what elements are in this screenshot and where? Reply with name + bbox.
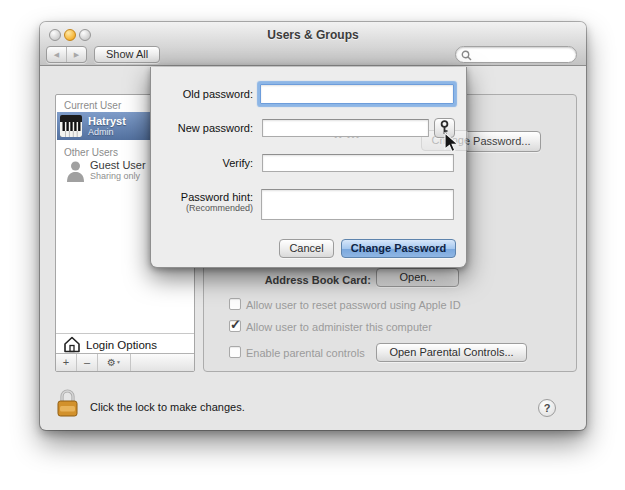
forward-icon[interactable]: ▶ xyxy=(67,47,86,62)
window-title: Users & Groups xyxy=(40,28,586,42)
current-user-name: Hatryst xyxy=(88,115,126,127)
parental-controls-label: Enable parental controls xyxy=(246,347,365,359)
reset-password-checkbox[interactable] xyxy=(229,298,241,310)
old-password-label: Old password: xyxy=(183,88,253,100)
sidebar-action-bar-spacer xyxy=(131,354,194,371)
back-icon[interactable]: ◀ xyxy=(47,47,67,62)
search-icon xyxy=(461,50,472,61)
login-options-item[interactable]: Login Options xyxy=(56,335,194,354)
password-hint-note: (Recommended) xyxy=(186,203,253,213)
chevron-down-icon: ▼ xyxy=(116,359,121,365)
add-user-button[interactable]: + xyxy=(56,354,77,371)
user-avatar xyxy=(60,115,82,137)
minus-icon: – xyxy=(84,356,90,368)
search-field[interactable] xyxy=(455,46,577,63)
change-password-sheet: •• ••• Change Password... Old password: … xyxy=(150,67,467,268)
person-icon xyxy=(66,160,85,182)
password-hint-field[interactable] xyxy=(261,189,454,220)
users-groups-window: Users & Groups ◀ ▶ Show All Current User xyxy=(40,22,586,430)
gear-icon: ⚙ xyxy=(107,357,116,368)
reset-password-label: Allow user to reset password using Apple… xyxy=(246,299,461,311)
cancel-button[interactable]: Cancel xyxy=(279,239,334,258)
search-input[interactable] xyxy=(474,48,572,61)
plus-icon: + xyxy=(63,356,69,368)
open-parental-controls-button[interactable]: Open Parental Controls... xyxy=(376,343,527,362)
new-password-field[interactable] xyxy=(262,119,429,137)
window-header: Users & Groups ◀ ▶ Show All xyxy=(40,22,586,66)
guest-user-name: Guest User xyxy=(90,159,146,171)
show-all-button[interactable]: Show All xyxy=(94,46,160,63)
home-icon xyxy=(63,336,81,353)
guest-user-role: Sharing only xyxy=(90,171,140,181)
action-menu-button[interactable]: ⚙▼ xyxy=(98,354,131,371)
piano-avatar-icon xyxy=(60,115,82,137)
new-password-label: New password: xyxy=(178,122,253,134)
nav-back-forward[interactable]: ◀ ▶ xyxy=(46,46,87,63)
current-user-role: Admin xyxy=(88,127,114,137)
current-user-header: Current User xyxy=(64,100,121,111)
administer-label: Allow user to administer this computer xyxy=(246,321,432,333)
login-options-label: Login Options xyxy=(86,339,157,351)
lock-icon[interactable] xyxy=(55,388,80,418)
password-hint-label: Password hint: xyxy=(181,191,253,203)
sidebar-divider xyxy=(56,333,194,334)
sidebar-action-bar: + – ⚙▼ xyxy=(56,353,194,371)
administer-checkbox[interactable]: ✓ xyxy=(229,320,241,332)
mouse-cursor-icon xyxy=(444,132,460,154)
parental-controls-checkbox[interactable] xyxy=(229,346,241,358)
change-password-submit-button[interactable]: Change Password xyxy=(341,239,456,258)
open-address-book-button[interactable]: Open... xyxy=(376,268,459,287)
lock-hint-text: Click the lock to make changes. xyxy=(90,401,245,413)
old-password-field[interactable] xyxy=(260,84,454,104)
checkmark-icon: ✓ xyxy=(230,317,241,332)
remove-user-button[interactable]: – xyxy=(77,354,98,371)
verify-label: Verify: xyxy=(222,157,253,169)
desktop: Users & Groups ◀ ▶ Show All Current User xyxy=(0,0,625,490)
address-book-card-label: Address Book Card: xyxy=(214,274,371,286)
help-button[interactable]: ? xyxy=(538,399,556,417)
verify-field[interactable] xyxy=(262,154,454,172)
